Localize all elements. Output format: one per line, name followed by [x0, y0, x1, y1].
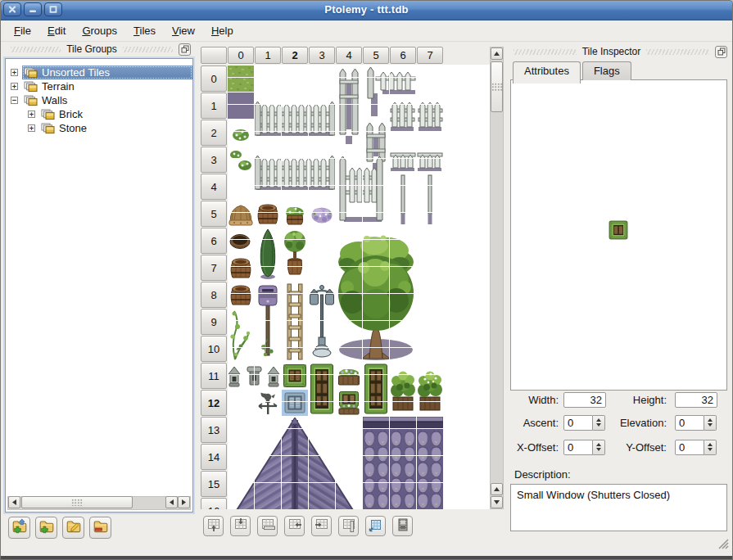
group-edit-button[interactable] — [62, 517, 84, 539]
tree-item-brick[interactable]: +Brick — [6, 107, 192, 121]
tile-groups-panel-header[interactable]: Tile Groups — [5, 41, 193, 57]
tile-selected[interactable] — [282, 390, 308, 416]
row-header-3[interactable]: 3 — [201, 147, 227, 173]
col-insert-left-button[interactable] — [284, 516, 305, 536]
scrollbar-thumb[interactable] — [21, 496, 133, 508]
menu-file[interactable]: File — [6, 21, 39, 40]
scroll-left-button[interactable] — [8, 496, 20, 508]
tile-barrel[interactable] — [228, 255, 254, 281]
tab-flags[interactable]: Flags — [582, 61, 631, 80]
tree-item-unsorted-tiles[interactable]: +Unsorted Tiles — [6, 65, 192, 79]
titlebar[interactable]: Ptolemy - ttt.tdb — [0, 0, 733, 20]
group-add-top-button[interactable] — [8, 517, 30, 539]
tree-item-body[interactable]: Stone — [39, 121, 192, 135]
tile-flowerbox[interactable] — [336, 363, 362, 389]
tree-item-body[interactable]: Terrain — [22, 79, 192, 93]
row-header-2[interactable]: 2 — [201, 120, 227, 146]
row-header-4[interactable]: 4 — [201, 174, 227, 200]
tile-lamppost[interactable] — [309, 282, 335, 362]
tree-item-body[interactable]: Walls — [22, 93, 192, 107]
tile-flowers[interactable] — [228, 120, 254, 146]
group-add-button[interactable] — [35, 517, 57, 539]
tile-fence_rail[interactable] — [390, 147, 443, 173]
menu-edit[interactable]: Edit — [39, 21, 74, 40]
tile-mailbox[interactable] — [255, 282, 281, 362]
width-field[interactable]: 32 — [563, 392, 606, 408]
column-header-6[interactable]: 6 — [390, 47, 416, 64]
row-header-10[interactable]: 10 — [201, 336, 227, 362]
row-header-12[interactable]: 12 — [201, 390, 227, 416]
tile-fence_section[interactable] — [255, 147, 335, 200]
scroll-left-button[interactable] — [165, 496, 178, 508]
height-field[interactable]: 32 — [675, 392, 717, 408]
tile-hedge[interactable] — [390, 363, 416, 416]
scroll-down-button[interactable] — [491, 496, 503, 508]
tile-fence_pair[interactable] — [390, 93, 443, 146]
tree-item-body[interactable]: Unsorted Tiles — [22, 65, 192, 79]
column-header-0[interactable]: 0 — [228, 47, 254, 64]
column-header-3[interactable]: 3 — [309, 47, 335, 64]
tile-fence_gate_v[interactable] — [336, 65, 362, 146]
expand-icon[interactable]: + — [28, 111, 35, 118]
ascent-spinner[interactable] — [593, 415, 605, 431]
grid-corner-cell[interactable] — [201, 47, 227, 64]
tree-item-stone[interactable]: +Stone — [6, 121, 192, 135]
row-header-0[interactable]: 0 — [201, 65, 227, 92]
tile-window_fb[interactable] — [336, 390, 362, 416]
ascent-field[interactable]: 0 — [563, 415, 593, 431]
column-header-2[interactable]: 2 — [282, 47, 308, 64]
tree-item-body[interactable]: Brick — [39, 107, 192, 121]
menu-help[interactable]: Help — [203, 21, 242, 40]
tile-post_thin[interactable] — [417, 174, 443, 227]
grid-vertical-scrollbar[interactable] — [490, 47, 504, 509]
tile-window_sm[interactable] — [282, 363, 308, 389]
column-header-4[interactable]: 4 — [336, 47, 362, 64]
tile-weathervane[interactable] — [255, 390, 281, 416]
scrollbar-thumb[interactable] — [491, 61, 503, 112]
column-header-7[interactable]: 7 — [417, 47, 443, 64]
selected-tile-preview[interactable] — [608, 219, 629, 241]
x-offset-field[interactable]: 0 — [563, 440, 593, 455]
elevation-spinner[interactable] — [704, 415, 717, 431]
tile-hedge_fl[interactable] — [417, 363, 443, 416]
menu-tiles[interactable]: Tiles — [125, 21, 164, 40]
row-header-7[interactable]: 7 — [201, 255, 227, 281]
group-remove-button[interactable] — [89, 517, 111, 539]
row-header-13[interactable]: 13 — [201, 417, 227, 443]
scroll-up-button[interactable] — [491, 47, 503, 60]
y-offset-field[interactable]: 0 — [675, 440, 704, 455]
tile-hay[interactable] — [228, 201, 254, 227]
tile-groups-tree[interactable]: +Unsorted Tiles+Terrain−Walls+Brick+Ston… — [5, 58, 193, 513]
tileset-image-button[interactable] — [392, 516, 413, 536]
column-header-5[interactable]: 5 — [363, 47, 389, 64]
tile-fence_gate_big[interactable] — [336, 147, 389, 227]
row-header-8[interactable]: 8 — [201, 282, 227, 308]
tile-grass[interactable] — [228, 65, 254, 92]
tile-roof_shingle[interactable] — [363, 417, 443, 509]
tile-planter[interactable] — [282, 201, 308, 227]
tile-post_thin[interactable] — [390, 174, 416, 227]
tile-lanterns[interactable] — [228, 363, 281, 389]
tile-fence_section[interactable] — [255, 93, 335, 146]
tile-ladder[interactable] — [282, 282, 308, 362]
x-offset-spinner[interactable] — [593, 440, 605, 455]
expand-icon[interactable]: + — [28, 124, 35, 132]
elevation-field[interactable]: 0 — [675, 415, 704, 431]
float-panel-button[interactable] — [715, 46, 727, 58]
row-header-1[interactable]: 1 — [201, 93, 227, 119]
collapse-icon[interactable]: − — [11, 97, 18, 104]
tile-cypress[interactable] — [255, 228, 281, 281]
tree-horizontal-scrollbar[interactable] — [7, 496, 191, 510]
tile-purple[interactable] — [228, 93, 254, 119]
tile-tree_big[interactable] — [336, 255, 416, 362]
tree-item-walls[interactable]: −Walls — [6, 93, 192, 107]
table-remap-button[interactable] — [365, 516, 386, 536]
y-offset-spinner[interactable] — [704, 440, 717, 455]
tile-flowers2[interactable] — [228, 147, 254, 173]
float-panel-button[interactable] — [179, 43, 191, 56]
resize-grip[interactable] — [717, 537, 729, 553]
maximize-button[interactable] — [44, 2, 62, 16]
row-insert-below-button[interactable] — [230, 516, 251, 536]
tab-attributes[interactable]: Attributes — [513, 61, 581, 84]
row-delete-button[interactable] — [257, 516, 278, 536]
